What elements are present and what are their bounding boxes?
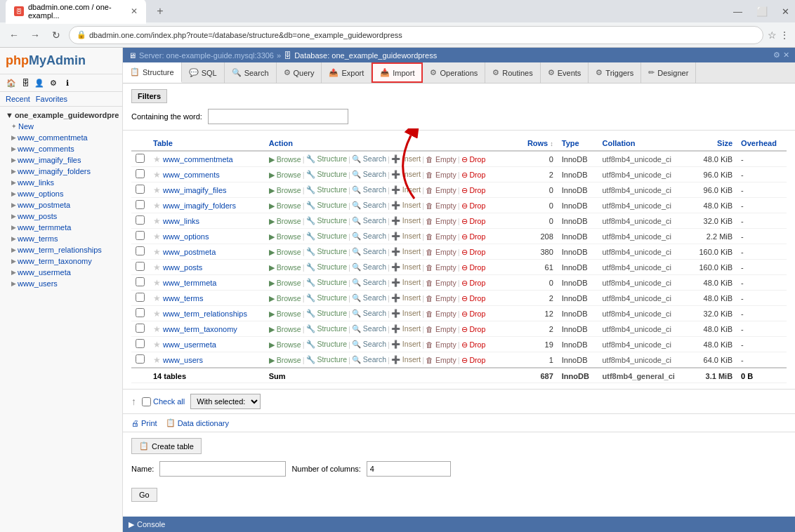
star-icon-5[interactable]: ★: [153, 232, 161, 241]
search-link-2[interactable]: 🔍 Search: [352, 185, 386, 194]
tab-operations[interactable]: ⚙Operations: [423, 62, 485, 83]
star-icon-8[interactable]: ★: [153, 278, 161, 288]
insert-link-13[interactable]: ➕ Insert: [391, 355, 421, 364]
browse-link-10[interactable]: ▶ Browse: [269, 310, 301, 318]
table-name-input[interactable]: [159, 461, 286, 477]
row-checkbox-9[interactable]: [136, 293, 145, 302]
home-icon[interactable]: 🏠: [6, 77, 17, 88]
browse-link-5[interactable]: ▶ Browse: [269, 232, 301, 241]
star-icon-7[interactable]: ★: [153, 262, 161, 272]
filters-toggle[interactable]: Filters: [131, 89, 167, 103]
search-link-11[interactable]: 🔍 Search: [352, 324, 386, 333]
empty-link-0[interactable]: 🗑 Empty: [426, 155, 456, 164]
search-link-3[interactable]: 🔍 Search: [352, 201, 386, 210]
row-checkbox-4[interactable]: [136, 215, 145, 225]
search-link-1[interactable]: 🔍 Search: [352, 170, 386, 179]
structure-link-10[interactable]: 🔧 Structure: [306, 309, 348, 318]
drop-link-12[interactable]: ⊖ Drop: [461, 340, 486, 349]
structure-link-8[interactable]: 🔧 Structure: [306, 278, 348, 287]
drop-link-0[interactable]: ⊖ Drop: [461, 155, 486, 164]
table-name-link-11[interactable]: www_term_taxonomy: [163, 325, 237, 333]
empty-link-7[interactable]: 🗑 Empty: [426, 263, 456, 272]
table-name-link-3[interactable]: www_imagify_folders: [163, 201, 236, 210]
row-checkbox-0[interactable]: [136, 154, 145, 163]
search-link-10[interactable]: 🔍 Search: [352, 309, 386, 318]
tab-designer[interactable]: ✏Designer: [641, 62, 696, 83]
console-bar[interactable]: ▶ Console: [123, 517, 795, 532]
drop-link-2[interactable]: ⊖ Drop: [461, 186, 486, 194]
tab-export[interactable]: 📤Export: [322, 62, 372, 83]
star-icon-6[interactable]: ★: [153, 247, 161, 257]
empty-link-3[interactable]: 🗑 Empty: [426, 201, 456, 210]
table-name-link-12[interactable]: www_usermeta: [163, 340, 216, 349]
print-link[interactable]: 🖨 Print: [131, 418, 157, 427]
tab-structure[interactable]: 📋Structure: [123, 62, 182, 83]
forward-button[interactable]: →: [27, 27, 44, 44]
go-button[interactable]: Go: [131, 488, 157, 502]
table-name-link-6[interactable]: www_postmeta: [163, 248, 216, 256]
drop-link-9[interactable]: ⊖ Drop: [461, 294, 486, 302]
browse-link-8[interactable]: ▶ Browse: [269, 279, 301, 287]
drop-link-4[interactable]: ⊖ Drop: [461, 217, 486, 225]
row-checkbox-13[interactable]: [136, 354, 145, 364]
empty-link-8[interactable]: 🗑 Empty: [426, 279, 456, 287]
extensions-icon[interactable]: ⋮: [780, 29, 789, 41]
browse-link-13[interactable]: ▶ Browse: [269, 356, 301, 364]
info-icon[interactable]: ℹ: [62, 77, 73, 88]
row-checkbox-12[interactable]: [136, 339, 145, 348]
star-icon-12[interactable]: ★: [153, 340, 161, 350]
row-checkbox-10[interactable]: [136, 308, 145, 317]
recent-link[interactable]: Recent: [6, 95, 30, 103]
user-icon[interactable]: 👤: [34, 77, 45, 88]
sidebar-table-item[interactable]: ▶www_term_taxonomy: [3, 255, 119, 267]
insert-link-11[interactable]: ➕ Insert: [391, 324, 421, 333]
empty-link-12[interactable]: 🗑 Empty: [426, 340, 456, 349]
structure-link-4[interactable]: 🔧 Structure: [306, 216, 348, 225]
tab-events[interactable]: ⚙Events: [541, 62, 589, 83]
col-collation-header[interactable]: Collation: [598, 136, 690, 151]
tab-sql[interactable]: 💬SQL: [182, 62, 225, 83]
table-name-link-0[interactable]: www_commentmeta: [163, 155, 233, 164]
row-checkbox-1[interactable]: [136, 169, 145, 178]
browse-link-6[interactable]: ▶ Browse: [269, 248, 301, 256]
star-icon-0[interactable]: ★: [153, 154, 161, 164]
sidebar-table-item[interactable]: ▶www_users: [3, 278, 119, 289]
structure-link-5[interactable]: 🔧 Structure: [306, 232, 348, 241]
filters-input[interactable]: [208, 109, 348, 124]
search-link-8[interactable]: 🔍 Search: [352, 278, 386, 287]
empty-link-11[interactable]: 🗑 Empty: [426, 325, 456, 333]
drop-link-11[interactable]: ⊖ Drop: [461, 325, 486, 333]
row-checkbox-6[interactable]: [136, 246, 145, 255]
insert-link-3[interactable]: ➕ Insert: [391, 201, 421, 210]
insert-link-1[interactable]: ➕ Insert: [391, 170, 421, 179]
refresh-button[interactable]: ↻: [48, 27, 65, 44]
table-name-link-5[interactable]: www_options: [163, 232, 209, 241]
row-checkbox-8[interactable]: [136, 277, 145, 286]
sidebar-table-item[interactable]: ▶www_comments: [3, 143, 119, 154]
address-bar[interactable]: 🔒 dbadmin.one.com/index.php?route=/datab…: [69, 26, 763, 44]
browse-link-2[interactable]: ▶ Browse: [269, 186, 301, 194]
bookmark-icon[interactable]: ☆: [768, 29, 777, 41]
empty-link-6[interactable]: 🗑 Empty: [426, 248, 456, 256]
sidebar-table-item[interactable]: ▶www_term_relationships: [3, 244, 119, 255]
star-icon-1[interactable]: ★: [153, 170, 161, 180]
empty-link-4[interactable]: 🗑 Empty: [426, 217, 456, 225]
empty-link-9[interactable]: 🗑 Empty: [426, 294, 456, 302]
tab-query[interactable]: ⚙Query: [277, 62, 322, 83]
row-checkbox-7[interactable]: [136, 262, 145, 271]
table-name-link-4[interactable]: www_links: [163, 217, 199, 225]
data-dict-link[interactable]: 📋 Data dictionary: [166, 418, 229, 427]
close-icon[interactable]: ✕: [782, 6, 789, 17]
empty-link-2[interactable]: 🗑 Empty: [426, 186, 456, 194]
with-selected-dropdown[interactable]: With selected:: [190, 394, 261, 409]
drop-link-13[interactable]: ⊖ Drop: [461, 356, 486, 364]
star-icon-4[interactable]: ★: [153, 216, 161, 226]
sidebar-table-item[interactable]: ▶www_imagify_files: [3, 154, 119, 166]
insert-link-2[interactable]: ➕ Insert: [391, 185, 421, 194]
drop-link-6[interactable]: ⊖ Drop: [461, 248, 486, 256]
search-link-12[interactable]: 🔍 Search: [352, 340, 386, 349]
browse-link-11[interactable]: ▶ Browse: [269, 325, 301, 333]
row-checkbox-11[interactable]: [136, 324, 145, 333]
structure-link-6[interactable]: 🔧 Structure: [306, 247, 348, 256]
drop-link-8[interactable]: ⊖ Drop: [461, 279, 486, 287]
